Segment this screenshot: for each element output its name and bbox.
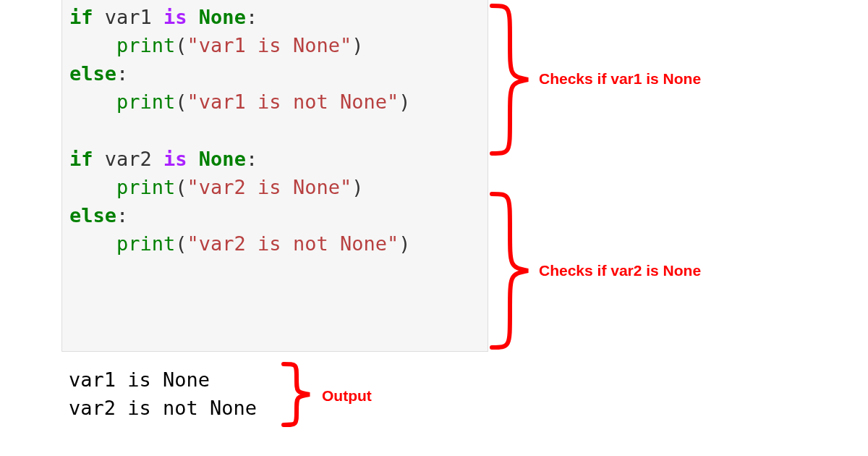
paren: ( [175, 90, 187, 113]
annotation-output: Output [322, 387, 372, 405]
colon: : [246, 148, 258, 170]
paren: ( [175, 232, 187, 255]
builtin-print: print [116, 232, 175, 255]
colon: : [116, 62, 128, 85]
keyword-else: else [69, 204, 116, 227]
keyword-if: if [69, 6, 93, 28]
builtin-print: print [116, 176, 175, 198]
output-line: var1 is None [69, 368, 210, 391]
brace-icon [488, 4, 532, 156]
builtin-print: print [116, 90, 175, 113]
identifier: var2 [105, 148, 152, 170]
paren: ( [175, 34, 187, 56]
paren: ( [175, 176, 187, 198]
output-text: var1 is None var2 is not None [69, 366, 257, 422]
keyword-else: else [69, 62, 116, 85]
output-line: var2 is not None [69, 397, 257, 419]
code-block: if var1 is None: print("var1 is None") e… [61, 0, 488, 352]
colon: : [246, 6, 258, 28]
figure-stage: if var1 is None: print("var1 is None") e… [0, 0, 868, 456]
brace-icon [281, 362, 313, 427]
paren: ) [352, 34, 363, 56]
code-text: if var1 is None: print("var1 is None") e… [69, 3, 480, 258]
annotation-block2: Checks if var2 is None [539, 262, 701, 279]
string-literal: "var1 is not None" [187, 90, 399, 113]
operator-is: is [163, 6, 187, 28]
string-literal: "var2 is None" [187, 176, 352, 198]
keyword-if: if [69, 148, 93, 170]
paren: ) [399, 90, 410, 113]
paren: ) [399, 232, 410, 255]
identifier: var1 [105, 6, 152, 28]
paren: ) [352, 176, 363, 198]
builtin-print: print [116, 34, 175, 56]
literal-none: None [199, 6, 246, 28]
colon: : [116, 204, 128, 227]
annotation-block1: Checks if var1 is None [539, 70, 701, 88]
string-literal: "var2 is not None" [187, 232, 399, 255]
string-literal: "var1 is None" [187, 34, 352, 56]
operator-is: is [163, 148, 187, 170]
literal-none: None [199, 148, 246, 170]
brace-icon [488, 192, 532, 350]
